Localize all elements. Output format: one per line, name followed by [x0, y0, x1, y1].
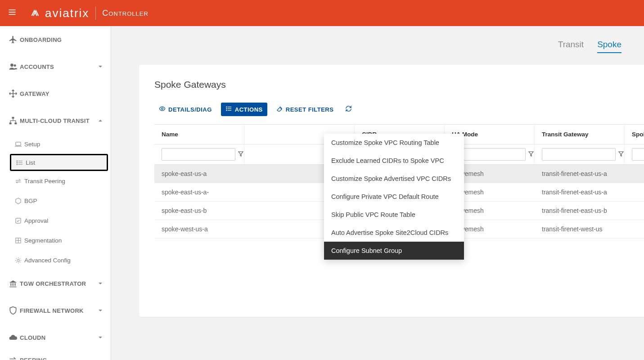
grid-icon [12, 237, 24, 244]
sidebar: Onboarding Accounts Gateway Multi-Cloud … [0, 26, 111, 360]
nav-label: TGW Orchestrator [20, 280, 98, 287]
action-customize-advertised[interactable]: Customize Spoke Advertised VPC CIDRs [324, 170, 464, 188]
cell-tg: transit-firenet-east-us-a [535, 183, 625, 202]
button-label: DETAILS/DIAG [168, 106, 212, 113]
users-icon [6, 62, 20, 71]
cell-peer [625, 220, 644, 238]
nav-item-multi-cloud-transit[interactable]: Multi-Cloud Transit [0, 107, 111, 134]
cell-peer [625, 202, 644, 220]
hexagon-icon [12, 198, 24, 204]
filter-cell-name [154, 144, 244, 165]
svg-point-28 [226, 110, 227, 111]
filter-icon[interactable] [618, 150, 624, 158]
card-title: Spoke Gateways [154, 79, 644, 90]
cell-name: spoke-west-us-a [154, 220, 244, 238]
filter-icon[interactable] [238, 150, 243, 158]
filter-input-name[interactable] [162, 148, 235, 161]
filter-cell-peer [625, 144, 644, 165]
subnav-item-bgp[interactable]: BGP [0, 191, 111, 211]
actions-button[interactable]: ACTIONS [221, 103, 267, 116]
nav-item-gateway[interactable]: Gateway [0, 80, 111, 107]
details-diag-button[interactable]: DETAILS/DIAG [154, 103, 216, 116]
subnav-label: Segmentation [24, 237, 62, 244]
bank-icon [6, 279, 20, 288]
nav-label: Firewall Network [20, 307, 98, 314]
cell-name: spoke-east-us-b [154, 202, 244, 220]
subnav-item-segmentation[interactable]: Segmentation [0, 230, 111, 250]
action-auto-advertise[interactable]: Auto Advertise Spoke Site2Cloud CIDRs [324, 224, 464, 242]
page-tabs: Transit Spoke [111, 40, 644, 53]
filter-input-tg[interactable] [542, 148, 616, 161]
chevron-down-icon [98, 334, 104, 341]
svg-rect-17 [15, 218, 20, 223]
check-icon [12, 217, 24, 224]
action-customize-routing[interactable]: Customize Spoke VPC Routing Table [324, 134, 464, 152]
nav-item-firewall-network[interactable]: Firewall Network [0, 297, 111, 324]
nav-item-cloudn[interactable]: CloudN [0, 324, 111, 351]
brand-name: aviatrix [45, 6, 89, 20]
subnav-label: Approval [24, 217, 48, 224]
nav-label: CloudN [20, 334, 98, 341]
swap-icon [12, 178, 24, 184]
col-spoke-peer[interactable]: Spoke Peer [625, 125, 644, 144]
button-label: RESET FILTERS [286, 106, 334, 113]
svg-rect-5 [12, 117, 14, 119]
action-exclude-cidrs[interactable]: Exclude Learned CIDRs to Spoke VPC [324, 152, 464, 170]
nav-item-accounts[interactable]: Accounts [0, 53, 111, 80]
svg-rect-6 [9, 122, 12, 124]
header-divider [95, 6, 96, 20]
top-bar: aviatrix Controller [0, 0, 644, 26]
subnav-item-list[interactable]: List [10, 154, 108, 171]
nav-item-onboarding[interactable]: Onboarding [0, 26, 111, 53]
brand-logo-icon [29, 7, 41, 19]
cell-name: spoke-east-us-a- [154, 183, 244, 202]
col-name[interactable]: Name [154, 125, 244, 144]
cloud-icon [6, 333, 20, 342]
move-icon [6, 89, 20, 98]
subnav-multi-cloud-transit: Setup List Transit Peering BGP Approval … [0, 134, 111, 270]
tab-transit[interactable]: Transit [558, 40, 584, 53]
cell-name: spoke-east-us-a [154, 165, 244, 183]
action-configure-subnet-group[interactable]: Configure Subnet Group [324, 242, 464, 260]
nav-item-peering[interactable]: Peering [0, 351, 111, 360]
svg-point-22 [162, 108, 163, 110]
subnav-item-setup[interactable]: Setup [0, 134, 111, 154]
nav-label: Onboarding [20, 36, 104, 43]
cell-peer [625, 165, 644, 183]
subnav-item-advanced-config[interactable]: Advanced Config [0, 250, 111, 270]
tab-spoke[interactable]: Spoke [597, 40, 621, 53]
button-label: ACTIONS [235, 106, 263, 113]
subnav-label: Advanced Config [24, 257, 71, 264]
filter-icon[interactable] [528, 150, 534, 158]
chevron-down-icon [98, 307, 104, 314]
svg-rect-7 [14, 122, 17, 124]
brand: aviatrix [29, 6, 89, 20]
subnav-item-transit-peering[interactable]: Transit Peering [0, 171, 111, 191]
nav-label: Gateway [20, 90, 104, 97]
svg-point-27 [226, 108, 227, 109]
list-icon [225, 105, 232, 113]
svg-point-15 [16, 164, 17, 165]
nav-label: Multi-Cloud Transit [20, 117, 98, 124]
nav-item-tgw-orchestrator[interactable]: TGW Orchestrator [0, 270, 111, 297]
action-skip-public-route[interactable]: Skip Public VPC Route Table [324, 206, 464, 224]
action-configure-private-route[interactable]: Configure Private VPC Default Route [324, 188, 464, 206]
chevron-up-icon [98, 117, 104, 124]
filter-input-peer[interactable] [632, 148, 644, 161]
laptop-icon [12, 141, 24, 148]
svg-rect-8 [15, 142, 20, 145]
menu-toggle-button[interactable] [5, 5, 20, 21]
subnav-label: Setup [24, 141, 40, 148]
col-transit-gateway[interactable]: Transit Gateway [535, 125, 625, 144]
refresh-icon [345, 105, 352, 113]
reset-filters-button[interactable]: RESET FILTERS [272, 103, 338, 116]
filter-cell-tg [535, 144, 625, 165]
refresh-button[interactable] [342, 103, 355, 116]
cell-peer [625, 183, 644, 202]
subnav-item-approval[interactable]: Approval [0, 211, 111, 230]
list-icon [13, 159, 26, 166]
hamburger-icon [8, 8, 17, 18]
subnav-label: BGP [24, 198, 37, 204]
subnav-label: List [26, 159, 35, 166]
cell-tg: transit-firenet-east-us-b [535, 202, 625, 220]
